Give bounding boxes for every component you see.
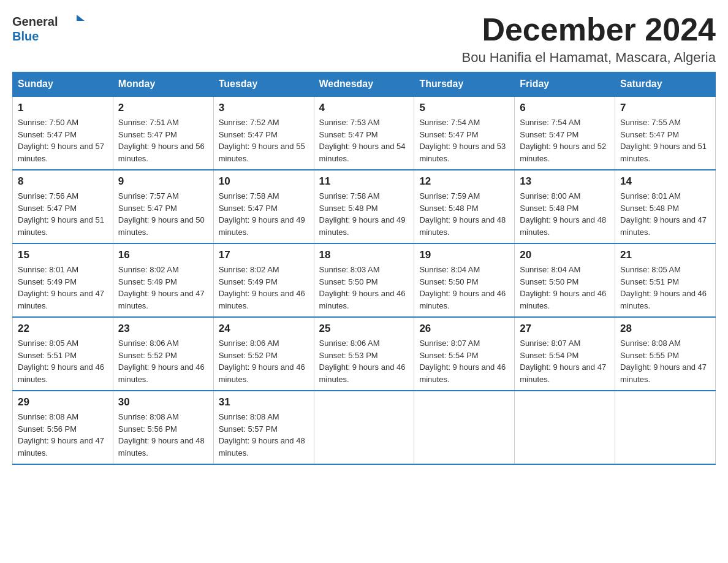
- svg-text:General: General: [12, 15, 58, 28]
- table-row: 13 Sunrise: 8:00 AM Sunset: 5:48 PM Dayl…: [515, 170, 615, 243]
- day-number: 8: [18, 175, 108, 188]
- day-number: 5: [419, 102, 509, 114]
- day-info: Sunrise: 7:54 AM Sunset: 5:47 PM Dayligh…: [419, 117, 509, 164]
- table-row: 27 Sunrise: 8:07 AM Sunset: 5:54 PM Dayl…: [515, 317, 615, 391]
- page-header: General Blue December 2024 Bou Hanifia e…: [12, 12, 716, 66]
- table-row: 1 Sunrise: 7:50 AM Sunset: 5:47 PM Dayli…: [13, 96, 113, 170]
- col-sunday: Sunday: [13, 72, 113, 97]
- table-row: 21 Sunrise: 8:05 AM Sunset: 5:51 PM Dayl…: [615, 243, 716, 317]
- day-number: 26: [419, 323, 509, 335]
- day-info: Sunrise: 7:55 AM Sunset: 5:47 PM Dayligh…: [620, 117, 710, 164]
- day-number: 10: [219, 175, 309, 188]
- day-info: Sunrise: 7:50 AM Sunset: 5:47 PM Dayligh…: [18, 117, 108, 164]
- table-row: 9 Sunrise: 7:57 AM Sunset: 5:47 PM Dayli…: [113, 170, 213, 243]
- table-row: 14 Sunrise: 8:01 AM Sunset: 5:48 PM Dayl…: [615, 170, 716, 243]
- col-thursday: Thursday: [414, 72, 515, 97]
- table-row: 4 Sunrise: 7:53 AM Sunset: 5:47 PM Dayli…: [314, 96, 414, 170]
- day-info: Sunrise: 8:06 AM Sunset: 5:53 PM Dayligh…: [319, 337, 409, 385]
- table-row: 24 Sunrise: 8:06 AM Sunset: 5:52 PM Dayl…: [213, 317, 314, 391]
- table-row: 23 Sunrise: 8:06 AM Sunset: 5:52 PM Dayl…: [113, 317, 213, 391]
- day-info: Sunrise: 8:08 AM Sunset: 5:56 PM Dayligh…: [18, 411, 108, 459]
- day-number: 11: [319, 175, 409, 188]
- col-wednesday: Wednesday: [314, 72, 414, 97]
- day-number: 12: [419, 175, 509, 188]
- day-info: Sunrise: 8:05 AM Sunset: 5:51 PM Dayligh…: [18, 337, 108, 385]
- day-info: Sunrise: 8:00 AM Sunset: 5:48 PM Dayligh…: [520, 190, 610, 238]
- table-row: 11 Sunrise: 7:58 AM Sunset: 5:48 PM Dayl…: [314, 170, 414, 243]
- day-number: 21: [620, 249, 710, 261]
- day-info: Sunrise: 8:08 AM Sunset: 5:57 PM Dayligh…: [219, 411, 309, 459]
- table-row: 8 Sunrise: 7:56 AM Sunset: 5:47 PM Dayli…: [13, 170, 113, 243]
- svg-marker-1: [77, 15, 85, 21]
- day-number: 2: [118, 102, 208, 114]
- day-info: Sunrise: 8:07 AM Sunset: 5:54 PM Dayligh…: [520, 337, 610, 385]
- day-number: 27: [520, 323, 610, 335]
- day-info: Sunrise: 7:58 AM Sunset: 5:48 PM Dayligh…: [319, 190, 409, 238]
- table-row: 26 Sunrise: 8:07 AM Sunset: 5:54 PM Dayl…: [414, 317, 515, 391]
- calendar-header-row: Sunday Monday Tuesday Wednesday Thursday…: [13, 72, 716, 97]
- logo: General Blue: [12, 12, 86, 46]
- day-number: 28: [620, 323, 710, 335]
- table-row: 31 Sunrise: 8:08 AM Sunset: 5:57 PM Dayl…: [213, 391, 314, 464]
- location-title: Bou Hanifia el Hamamat, Mascara, Algeria: [461, 50, 716, 66]
- day-number: 25: [319, 323, 409, 335]
- day-info: Sunrise: 8:04 AM Sunset: 5:50 PM Dayligh…: [520, 264, 610, 312]
- table-row: 29 Sunrise: 8:08 AM Sunset: 5:56 PM Dayl…: [13, 391, 113, 464]
- col-saturday: Saturday: [615, 72, 716, 97]
- table-row: 18 Sunrise: 8:03 AM Sunset: 5:50 PM Dayl…: [314, 243, 414, 317]
- table-row: 5 Sunrise: 7:54 AM Sunset: 5:47 PM Dayli…: [414, 96, 515, 170]
- day-info: Sunrise: 8:02 AM Sunset: 5:49 PM Dayligh…: [118, 264, 208, 312]
- month-title: December 2024: [461, 12, 716, 47]
- table-row: [414, 391, 515, 464]
- day-number: 15: [18, 249, 108, 261]
- day-number: 6: [520, 102, 610, 114]
- svg-text:Blue: Blue: [12, 29, 39, 43]
- day-info: Sunrise: 7:54 AM Sunset: 5:47 PM Dayligh…: [520, 117, 610, 164]
- day-number: 18: [319, 249, 409, 261]
- day-info: Sunrise: 8:05 AM Sunset: 5:51 PM Dayligh…: [620, 264, 710, 312]
- table-row: 17 Sunrise: 8:02 AM Sunset: 5:49 PM Dayl…: [213, 243, 314, 317]
- table-row: 19 Sunrise: 8:04 AM Sunset: 5:50 PM Dayl…: [414, 243, 515, 317]
- table-row: 25 Sunrise: 8:06 AM Sunset: 5:53 PM Dayl…: [314, 317, 414, 391]
- table-row: [515, 391, 615, 464]
- day-number: 20: [520, 249, 610, 261]
- day-number: 23: [118, 323, 208, 335]
- day-number: 9: [118, 175, 208, 188]
- table-row: 30 Sunrise: 8:08 AM Sunset: 5:56 PM Dayl…: [113, 391, 213, 464]
- day-info: Sunrise: 7:53 AM Sunset: 5:47 PM Dayligh…: [319, 117, 409, 164]
- day-number: 16: [118, 249, 208, 261]
- day-info: Sunrise: 7:58 AM Sunset: 5:47 PM Dayligh…: [219, 190, 309, 238]
- day-number: 13: [520, 175, 610, 188]
- day-number: 30: [118, 396, 208, 408]
- day-info: Sunrise: 8:06 AM Sunset: 5:52 PM Dayligh…: [118, 337, 208, 385]
- day-number: 31: [219, 396, 309, 408]
- day-number: 14: [620, 175, 710, 188]
- day-info: Sunrise: 8:02 AM Sunset: 5:49 PM Dayligh…: [219, 264, 309, 312]
- day-info: Sunrise: 8:08 AM Sunset: 5:56 PM Dayligh…: [118, 411, 208, 459]
- day-info: Sunrise: 8:08 AM Sunset: 5:55 PM Dayligh…: [620, 337, 710, 385]
- day-number: 22: [18, 323, 108, 335]
- table-row: 12 Sunrise: 7:59 AM Sunset: 5:48 PM Dayl…: [414, 170, 515, 243]
- day-info: Sunrise: 8:06 AM Sunset: 5:52 PM Dayligh…: [219, 337, 309, 385]
- day-number: 24: [219, 323, 309, 335]
- day-number: 1: [18, 102, 108, 114]
- table-row: 2 Sunrise: 7:51 AM Sunset: 5:47 PM Dayli…: [113, 96, 213, 170]
- day-info: Sunrise: 7:51 AM Sunset: 5:47 PM Dayligh…: [118, 117, 208, 164]
- col-friday: Friday: [515, 72, 615, 97]
- day-info: Sunrise: 8:03 AM Sunset: 5:50 PM Dayligh…: [319, 264, 409, 312]
- day-info: Sunrise: 8:04 AM Sunset: 5:50 PM Dayligh…: [419, 264, 509, 312]
- calendar-table: Sunday Monday Tuesday Wednesday Thursday…: [12, 72, 716, 465]
- day-number: 19: [419, 249, 509, 261]
- table-row: [615, 391, 716, 464]
- table-row: 20 Sunrise: 8:04 AM Sunset: 5:50 PM Dayl…: [515, 243, 615, 317]
- day-info: Sunrise: 7:52 AM Sunset: 5:47 PM Dayligh…: [219, 117, 309, 164]
- table-row: 28 Sunrise: 8:08 AM Sunset: 5:55 PM Dayl…: [615, 317, 716, 391]
- day-number: 29: [18, 396, 108, 408]
- table-row: 10 Sunrise: 7:58 AM Sunset: 5:47 PM Dayl…: [213, 170, 314, 243]
- col-tuesday: Tuesday: [213, 72, 314, 97]
- day-info: Sunrise: 8:07 AM Sunset: 5:54 PM Dayligh…: [419, 337, 509, 385]
- table-row: [314, 391, 414, 464]
- day-number: 3: [219, 102, 309, 114]
- table-row: 16 Sunrise: 8:02 AM Sunset: 5:49 PM Dayl…: [113, 243, 213, 317]
- table-row: 3 Sunrise: 7:52 AM Sunset: 5:47 PM Dayli…: [213, 96, 314, 170]
